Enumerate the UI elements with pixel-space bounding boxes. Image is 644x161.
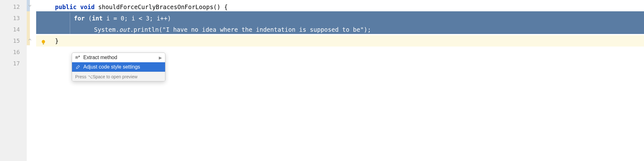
identifier: shouldForceCurlyBracesOnForLoops() { [95,3,228,10]
code-line-current[interactable]: } [36,35,644,47]
intention-item-label: Adjust code style settings [83,64,140,70]
submenu-arrow-icon: ▶ [159,55,162,60]
line-number-gutter: 12 13 14 15 16 17 [0,0,27,161]
intention-popup: R Extract method ▶ Adjust code style set… [72,53,165,81]
svg-rect-0 [43,43,44,44]
refactor-icon: R [75,55,81,60]
intention-popup-hint: Press ⌥Space to open preview [72,72,165,81]
field-reference: out [119,26,130,33]
line-number: 15 [0,35,27,47]
intention-item-extract-method[interactable]: R Extract method ▶ [72,53,165,62]
keyword: void [80,3,95,10]
keyword: for [74,15,85,22]
intention-item-adjust-code-style[interactable]: Adjust code style settings [72,62,165,72]
line-number: 16 [0,47,27,58]
svg-rect-1 [43,44,44,44]
line-number: 13 [0,13,27,24]
fold-marker-icon[interactable] [27,37,32,42]
brace: } [55,37,58,44]
line-number: 17 [0,58,27,69]
intention-item-label: Extract method [83,55,117,60]
keyword: public [55,3,77,10]
fold-marker-icon[interactable] [27,3,32,8]
line-number: 14 [0,24,27,35]
keyword: int [92,15,103,22]
svg-text:R: R [75,56,78,59]
code-line[interactable]: public void shouldForceCurlyBracesOnForL… [36,1,644,13]
code-line[interactable]: System.out.println("I have no idea where… [36,24,644,35]
change-marker-column [27,0,36,161]
line-number: 12 [0,1,27,13]
edit-icon [75,64,81,70]
intention-bulb-icon[interactable] [41,37,48,45]
code-editor[interactable]: public void shouldForceCurlyBracesOnForL… [36,0,644,161]
string-literal: "I have no idea where the indentation is… [162,26,364,33]
code-line[interactable]: for (int i = 0; i < 3; i++) [36,13,644,24]
